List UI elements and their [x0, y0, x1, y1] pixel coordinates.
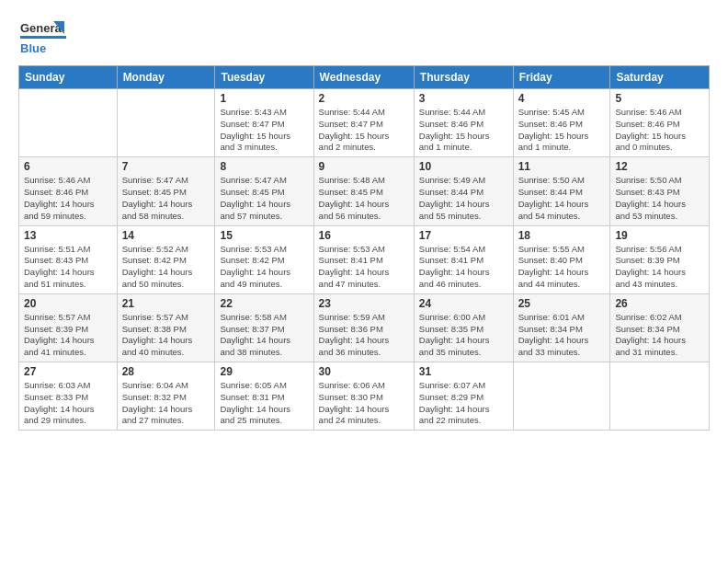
day-number: 24 [419, 297, 508, 310]
calendar-cell: 30Sunrise: 6:06 AM Sunset: 8:30 PM Dayli… [313, 362, 414, 431]
day-number: 9 [319, 160, 409, 173]
calendar-cell [610, 362, 710, 431]
logo: General Blue [18, 14, 69, 58]
day-info: Sunrise: 5:52 AM Sunset: 8:42 PM Dayligh… [122, 244, 210, 291]
col-sunday: Sunday [19, 66, 118, 89]
calendar-table: Sunday Monday Tuesday Wednesday Thursday… [18, 65, 710, 431]
day-info: Sunrise: 5:51 AM Sunset: 8:43 PM Dayligh… [24, 244, 112, 291]
day-info: Sunrise: 6:00 AM Sunset: 8:35 PM Dayligh… [419, 312, 508, 359]
day-info: Sunrise: 6:03 AM Sunset: 8:33 PM Dayligh… [24, 380, 112, 427]
calendar-cell: 7Sunrise: 5:47 AM Sunset: 8:45 PM Daylig… [117, 157, 215, 225]
calendar-cell: 27Sunrise: 6:03 AM Sunset: 8:33 PM Dayli… [19, 362, 118, 431]
day-number: 27 [24, 365, 112, 378]
day-number: 17 [419, 229, 508, 242]
day-number: 7 [122, 160, 210, 173]
calendar-week-row: 1Sunrise: 5:43 AM Sunset: 8:47 PM Daylig… [19, 89, 710, 157]
day-info: Sunrise: 5:45 AM Sunset: 8:46 PM Dayligh… [518, 107, 606, 154]
calendar-cell: 17Sunrise: 5:54 AM Sunset: 8:41 PM Dayli… [414, 225, 513, 293]
day-info: Sunrise: 5:58 AM Sunset: 8:37 PM Dayligh… [220, 312, 308, 359]
day-number: 6 [24, 160, 112, 173]
day-info: Sunrise: 6:05 AM Sunset: 8:31 PM Dayligh… [220, 380, 308, 427]
day-number: 26 [615, 297, 704, 310]
day-number: 30 [319, 365, 409, 378]
day-number: 10 [419, 160, 508, 173]
calendar-cell [513, 362, 610, 431]
calendar-cell: 20Sunrise: 5:57 AM Sunset: 8:39 PM Dayli… [19, 293, 118, 362]
day-number: 18 [518, 229, 606, 242]
day-number: 11 [518, 160, 606, 173]
day-info: Sunrise: 5:54 AM Sunset: 8:41 PM Dayligh… [419, 244, 508, 291]
logo-icon: General Blue [18, 14, 69, 58]
day-number: 29 [220, 365, 308, 378]
day-info: Sunrise: 5:57 AM Sunset: 8:39 PM Dayligh… [24, 312, 112, 359]
day-number: 22 [220, 297, 308, 310]
day-info: Sunrise: 5:50 AM Sunset: 8:44 PM Dayligh… [518, 175, 606, 222]
calendar-cell: 26Sunrise: 6:02 AM Sunset: 8:34 PM Dayli… [610, 293, 710, 362]
page: General Blue Sunday Monday Tuesday Wedne… [0, 0, 728, 563]
day-info: Sunrise: 5:47 AM Sunset: 8:45 PM Dayligh… [220, 175, 308, 222]
day-info: Sunrise: 6:07 AM Sunset: 8:29 PM Dayligh… [419, 380, 508, 427]
calendar-cell: 11Sunrise: 5:50 AM Sunset: 8:44 PM Dayli… [513, 157, 610, 225]
calendar-week-row: 6Sunrise: 5:46 AM Sunset: 8:46 PM Daylig… [19, 157, 710, 225]
day-info: Sunrise: 5:55 AM Sunset: 8:40 PM Dayligh… [518, 244, 606, 291]
day-info: Sunrise: 5:49 AM Sunset: 8:44 PM Dayligh… [419, 175, 508, 222]
day-number: 13 [24, 229, 112, 242]
day-info: Sunrise: 5:56 AM Sunset: 8:39 PM Dayligh… [615, 244, 704, 291]
weekday-row: Sunday Monday Tuesday Wednesday Thursday… [19, 66, 710, 89]
day-number: 3 [419, 92, 508, 105]
calendar-body: 1Sunrise: 5:43 AM Sunset: 8:47 PM Daylig… [19, 89, 710, 431]
calendar-cell: 3Sunrise: 5:44 AM Sunset: 8:46 PM Daylig… [414, 89, 513, 157]
col-wednesday: Wednesday [313, 66, 414, 89]
day-number: 19 [615, 229, 704, 242]
day-info: Sunrise: 5:44 AM Sunset: 8:47 PM Dayligh… [319, 107, 409, 154]
calendar-cell: 14Sunrise: 5:52 AM Sunset: 8:42 PM Dayli… [117, 225, 215, 293]
day-info: Sunrise: 5:43 AM Sunset: 8:47 PM Dayligh… [220, 107, 308, 154]
day-number: 5 [615, 92, 704, 105]
day-number: 16 [319, 229, 409, 242]
day-number: 25 [518, 297, 606, 310]
calendar-cell: 6Sunrise: 5:46 AM Sunset: 8:46 PM Daylig… [19, 157, 118, 225]
calendar-cell: 31Sunrise: 6:07 AM Sunset: 8:29 PM Dayli… [414, 362, 513, 431]
day-info: Sunrise: 5:47 AM Sunset: 8:45 PM Dayligh… [122, 175, 210, 222]
col-thursday: Thursday [414, 66, 513, 89]
day-number: 12 [615, 160, 704, 173]
calendar-cell: 28Sunrise: 6:04 AM Sunset: 8:32 PM Dayli… [117, 362, 215, 431]
calendar-cell: 8Sunrise: 5:47 AM Sunset: 8:45 PM Daylig… [215, 157, 313, 225]
day-number: 20 [24, 297, 112, 310]
day-info: Sunrise: 5:53 AM Sunset: 8:42 PM Dayligh… [220, 244, 308, 291]
day-info: Sunrise: 5:46 AM Sunset: 8:46 PM Dayligh… [615, 107, 704, 154]
calendar-cell: 22Sunrise: 5:58 AM Sunset: 8:37 PM Dayli… [215, 293, 313, 362]
day-info: Sunrise: 6:06 AM Sunset: 8:30 PM Dayligh… [319, 380, 409, 427]
day-info: Sunrise: 5:44 AM Sunset: 8:46 PM Dayligh… [419, 107, 508, 154]
day-number: 21 [122, 297, 210, 310]
calendar-cell: 25Sunrise: 6:01 AM Sunset: 8:34 PM Dayli… [513, 293, 610, 362]
calendar-header: Sunday Monday Tuesday Wednesday Thursday… [19, 66, 710, 89]
calendar-week-row: 13Sunrise: 5:51 AM Sunset: 8:43 PM Dayli… [19, 225, 710, 293]
calendar-cell: 19Sunrise: 5:56 AM Sunset: 8:39 PM Dayli… [610, 225, 710, 293]
col-tuesday: Tuesday [215, 66, 313, 89]
calendar-week-row: 20Sunrise: 5:57 AM Sunset: 8:39 PM Dayli… [19, 293, 710, 362]
col-saturday: Saturday [610, 66, 710, 89]
calendar-cell: 1Sunrise: 5:43 AM Sunset: 8:47 PM Daylig… [215, 89, 313, 157]
calendar-cell: 2Sunrise: 5:44 AM Sunset: 8:47 PM Daylig… [313, 89, 414, 157]
calendar-cell: 21Sunrise: 5:57 AM Sunset: 8:38 PM Dayli… [117, 293, 215, 362]
day-info: Sunrise: 5:57 AM Sunset: 8:38 PM Dayligh… [122, 312, 210, 359]
calendar-cell: 12Sunrise: 5:50 AM Sunset: 8:43 PM Dayli… [610, 157, 710, 225]
day-number: 4 [518, 92, 606, 105]
calendar-cell: 13Sunrise: 5:51 AM Sunset: 8:43 PM Dayli… [19, 225, 118, 293]
day-number: 15 [220, 229, 308, 242]
calendar-cell: 29Sunrise: 6:05 AM Sunset: 8:31 PM Dayli… [215, 362, 313, 431]
calendar-cell: 5Sunrise: 5:46 AM Sunset: 8:46 PM Daylig… [610, 89, 710, 157]
day-info: Sunrise: 5:46 AM Sunset: 8:46 PM Dayligh… [24, 175, 112, 222]
col-friday: Friday [513, 66, 610, 89]
calendar-cell: 15Sunrise: 5:53 AM Sunset: 8:42 PM Dayli… [215, 225, 313, 293]
day-info: Sunrise: 6:04 AM Sunset: 8:32 PM Dayligh… [122, 380, 210, 427]
svg-text:Blue: Blue [20, 41, 46, 55]
calendar-week-row: 27Sunrise: 6:03 AM Sunset: 8:33 PM Dayli… [19, 362, 710, 431]
day-number: 14 [122, 229, 210, 242]
calendar-cell: 10Sunrise: 5:49 AM Sunset: 8:44 PM Dayli… [414, 157, 513, 225]
calendar-cell: 24Sunrise: 6:00 AM Sunset: 8:35 PM Dayli… [414, 293, 513, 362]
col-monday: Monday [117, 66, 215, 89]
day-number: 2 [319, 92, 409, 105]
calendar-cell [19, 89, 118, 157]
